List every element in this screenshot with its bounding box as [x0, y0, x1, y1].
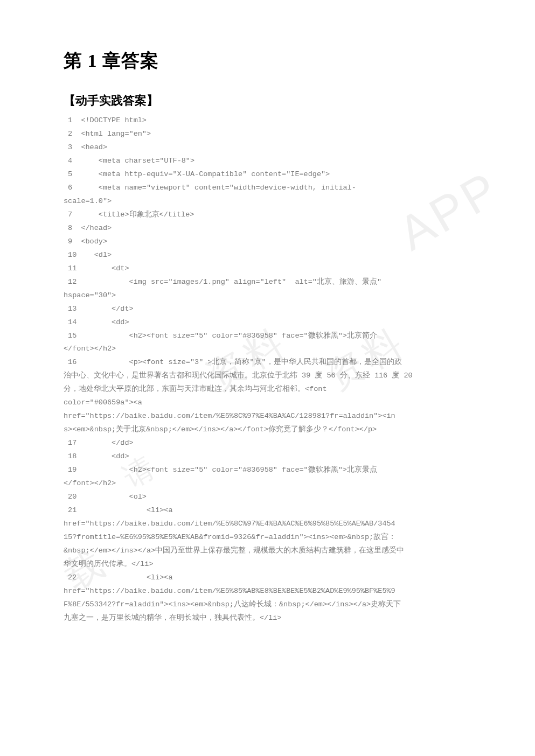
chapter-title: 第 1 章答案	[64, 48, 471, 73]
code-listing: 1 <!DOCTYPE html> 2 <html lang="en"> 3 <…	[64, 114, 471, 625]
section-subtitle: 【动手实践答案】	[64, 93, 471, 109]
page-container: 第 1 章答案 【动手实践答案】 1 <!DOCTYPE html> 2 <ht…	[0, 0, 535, 657]
